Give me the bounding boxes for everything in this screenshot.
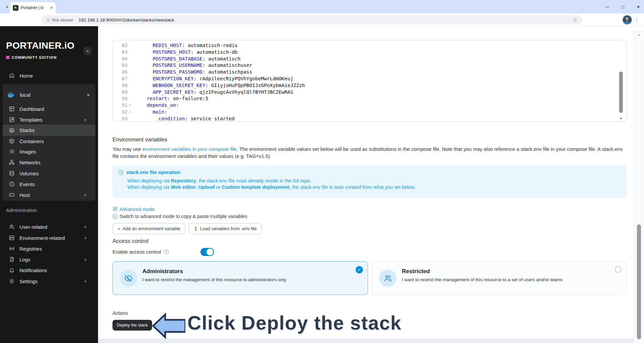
tab-search-chevron-icon[interactable]: ∨ [3,3,11,10]
window-close-icon[interactable]: ✕ [636,4,641,9]
browser-menu-icon[interactable]: ⋮ [634,16,639,23]
fold-arrow-icon[interactable] [128,62,133,69]
not-secure-label[interactable]: Not secure [52,17,73,23]
editor-scrollbar-thumb[interactable] [619,72,623,113]
access-control-toggle[interactable] [200,248,214,256]
yaml-value: service_started [188,116,235,121]
add-environment-variable-button[interactable]: + Add an environment variable [112,223,185,234]
sidebar-item-networks[interactable]: Networks [0,157,98,167]
sidebar-item-notifications[interactable]: Notifications [0,265,98,275]
sidebar-item-environment-related[interactable]: Environment-related ∨ [0,233,98,243]
chevron-down-icon[interactable]: ∨ [84,257,87,262]
fold-arrow-icon[interactable] [128,82,133,89]
window-minimize-icon[interactable]: ─ [605,4,610,9]
unselected-radio[interactable] [615,266,622,273]
restricted-card-title: Restricted [402,268,430,275]
sidebar-item-dashboard[interactable]: Dashboard [0,104,98,114]
environment-variables-title: Environment variables [112,136,167,143]
sidebar-item-label: Stacks [19,127,35,133]
yaml-value: automatisch-redis [185,43,237,48]
editor-scroll-down-icon[interactable]: ▼ [619,117,623,120]
sidebar-item-host[interactable]: Host ∨ [0,190,98,200]
load-variables-button[interactable]: ↥ Load variables from .env file [189,223,262,234]
sidebar-item-label: Containers [19,138,44,144]
sidebar-endpoint-local[interactable]: local ✕ [3,89,95,101]
sidebar-collapse-button[interactable]: « [84,47,92,55]
url-text[interactable]: 192.168.1.18:9000/#!/2/docker/stacks/new… [79,17,174,23]
advanced-mode-label[interactable]: Advanced mode [120,207,155,212]
stacks-icon [9,127,15,133]
window-restore-icon[interactable]: □ [620,4,625,9]
fold-arrow-icon[interactable] [128,69,133,76]
sidebar-item-events[interactable]: Events [0,179,98,189]
administrators-card[interactable]: Administrators I want to restrict the ma… [112,261,368,295]
sidebar-item-user-related[interactable]: User-related ∨ [0,222,98,232]
fold-arrow-icon[interactable] [128,89,133,96]
sidebar-item-logs[interactable]: Logs ∨ [0,254,98,264]
selected-check-icon[interactable]: ✓ [356,266,363,273]
sidebar-item-label: Logs [19,257,31,262]
sidebar-item-settings[interactable]: Settings ∨ [0,276,98,286]
compose-env-vars-link[interactable]: environment variables in your compose fi… [142,146,236,152]
sidebar-item-registries[interactable]: Registries [0,244,98,254]
info-box-title-row: i stack.env file operation [119,170,620,175]
fold-arrow-icon[interactable] [128,49,133,56]
administrators-card-title: Administrators [142,268,183,275]
profile-avatar[interactable] [623,15,632,25]
chevron-down-icon[interactable]: ∨ [84,279,87,284]
advanced-mode-link[interactable]: Advanced mode [112,206,155,212]
sidebar-item-containers[interactable]: Containers [0,136,98,146]
browser-tab[interactable]: P. Portainer | lo ✕ [10,2,56,13]
yaml-key: WEBHOOK_SECRET_KEY: [152,83,208,88]
not-secure-warning-icon[interactable]: ⚠ [46,17,50,22]
sidebar-item-label: Networks [19,160,41,165]
tab-close-icon[interactable]: ✕ [50,6,53,10]
code-line: 83 POSTGRES_HOST: automatisch-db [113,49,626,56]
compose-editor[interactable]: 82 REDIS_HOST: automatisch-redis 83 POST… [112,40,627,122]
chevron-down-icon[interactable]: ∨ [84,236,87,240]
portainer-logo[interactable]: PORTAINER.iO [6,40,75,51]
fold-arrow-icon[interactable]: ∨ [128,109,133,116]
plus-icon: + [118,226,120,231]
fold-arrow-icon[interactable] [128,95,133,102]
endpoint-close-icon[interactable]: ✕ [87,93,90,97]
page-scrollbar-thumb[interactable] [637,224,641,339]
annotation-text: Click Deploy the stack [187,312,402,334]
restricted-card[interactable]: Restricted I want to restrict the manage… [372,261,627,295]
fold-arrow-icon[interactable]: ∨ [128,102,133,109]
chevron-down-icon[interactable]: ∨ [84,225,87,229]
sidebar-item-label: Registries [19,246,42,252]
info-icon: i [112,214,118,219]
scroll-up-icon[interactable]: ▲ [634,33,644,36]
sidebar-item-images[interactable]: Images [0,146,98,157]
yaml-key: main: [152,109,167,115]
sidebar-item-home[interactable]: Home [0,71,98,81]
bookmark-star-icon[interactable]: ☆ [573,17,578,23]
help-question-icon[interactable]: ? [164,249,169,255]
administrators-card-description: I want to restrict the management of thi… [142,277,286,282]
code-line: 85 POSTGRES_USERNAME: automatischuser [113,62,626,69]
yaml-key: depends_on: [147,102,179,108]
access-control-title: Access control [112,238,148,244]
endpoint-label: local [20,92,31,98]
page-scrollbar[interactable]: ▲ [634,30,644,343]
yaml-value: automatischpass [205,69,252,75]
sidebar-item-label: Notifications [19,267,47,273]
yaml-value: GIiyjoHuFQpPBOIJzGPoXybmAieJZZzh [208,83,305,88]
content-bottom-strip [98,339,634,343]
events-clock-icon [9,181,15,187]
fold-arrow-icon[interactable] [128,56,133,62]
chevron-down-icon[interactable]: ∨ [84,193,87,197]
sidebar-item-stacks[interactable]: Stacks [3,125,95,136]
volumes-icon [9,170,15,176]
fold-arrow-icon[interactable] [128,76,133,82]
deploy-the-stack-button[interactable]: Deploy the stack [112,320,152,331]
sidebar-item-label: User-related [19,224,47,230]
fold-arrow-icon[interactable] [128,116,133,122]
chevron-down-icon[interactable]: ∨ [84,118,87,122]
address-bar[interactable]: ⚠ Not secure 192.168.1.18:9000/#!/2/dock… [41,15,582,25]
annotation-arrow-icon [152,312,185,339]
fold-arrow-icon[interactable] [128,42,133,49]
sidebar-item-templates[interactable]: Templates ∨ [0,115,98,125]
sidebar-item-volumes[interactable]: Volumes [0,168,98,178]
